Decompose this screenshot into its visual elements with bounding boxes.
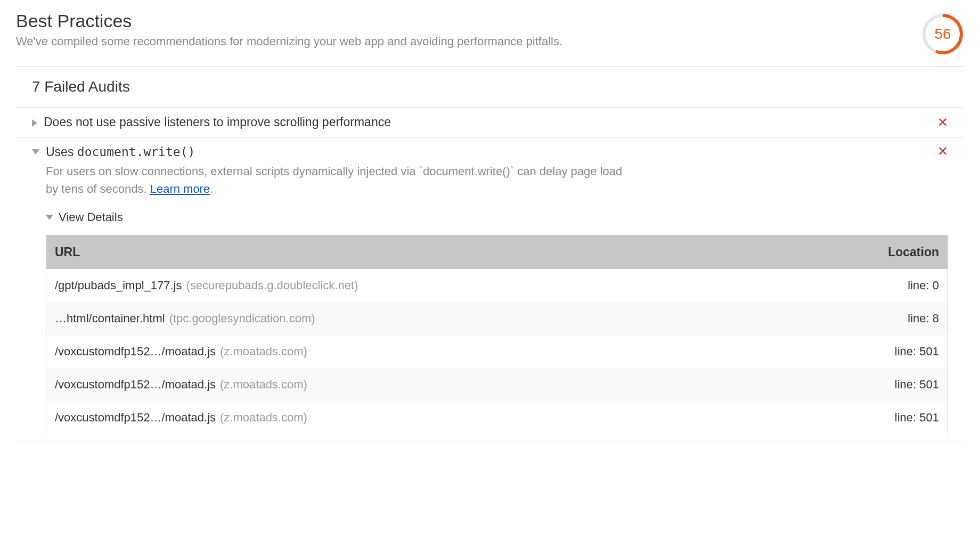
audit-row-expanded[interactable]: Uses document.write() ✕ For users on slo… bbox=[16, 137, 964, 442]
chevron-down-icon bbox=[46, 215, 53, 220]
table-row: /gpt/pubads_impl_177.js(securepubads.g.d… bbox=[46, 269, 948, 302]
table-row: …html/container.html(tpc.googlesyndicati… bbox=[46, 302, 948, 335]
failed-audits-header: 7 Failed Audits bbox=[16, 67, 964, 108]
col-header-url: URL bbox=[55, 245, 875, 259]
audit-title: Uses document.write() bbox=[46, 145, 937, 159]
audit-title-pre: Uses bbox=[46, 145, 77, 159]
audit-desc-post: . bbox=[210, 182, 213, 196]
cell-location: line: 8 bbox=[875, 312, 939, 326]
cell-location: line: 501 bbox=[875, 378, 939, 392]
cell-location: line: 501 bbox=[875, 411, 939, 425]
view-details-label: View Details bbox=[59, 210, 123, 224]
view-details-toggle[interactable]: View Details bbox=[46, 210, 948, 224]
fail-x-icon: ✕ bbox=[937, 145, 948, 158]
chevron-down-icon bbox=[32, 149, 39, 154]
cell-url: /voxcustomdfp152…/moatad.js(z.moatads.co… bbox=[55, 378, 875, 392]
chevron-right-icon bbox=[32, 119, 37, 127]
table-header: URL Location bbox=[46, 235, 948, 269]
learn-more-link[interactable]: Learn more bbox=[150, 182, 210, 196]
cell-url: /voxcustomdfp152…/moatad.js(z.moatads.co… bbox=[55, 411, 875, 425]
table-row: /voxcustomdfp152…/moatad.js(z.moatads.co… bbox=[46, 335, 948, 368]
cell-url: …html/container.html(tpc.googlesyndicati… bbox=[55, 312, 875, 326]
col-header-location: Location bbox=[875, 245, 939, 259]
page-title: Best Practices bbox=[16, 11, 921, 31]
audit-desc-text: For users on slow connections, external … bbox=[46, 165, 622, 196]
cell-location: line: 0 bbox=[875, 279, 939, 292]
cell-url: /gpt/pubads_impl_177.js(securepubads.g.d… bbox=[55, 279, 875, 292]
cell-url: /voxcustomdfp152…/moatad.js(z.moatads.co… bbox=[55, 345, 875, 359]
audit-title-code: document.write() bbox=[77, 145, 195, 159]
fail-x-icon: ✕ bbox=[937, 116, 948, 129]
cell-location: line: 501 bbox=[875, 345, 939, 359]
table-row: /voxcustomdfp152…/moatad.js(z.moatads.co… bbox=[46, 368, 948, 401]
details-table: URL Location /gpt/pubads_impl_177.js(sec… bbox=[46, 235, 948, 434]
audit-description: For users on slow connections, external … bbox=[46, 162, 632, 198]
page-subtitle: We've compiled some recommendations for … bbox=[16, 35, 921, 48]
audit-row-collapsed[interactable]: Does not use passive listeners to improv… bbox=[16, 108, 964, 137]
header: Best Practices We've compiled some recom… bbox=[16, 11, 964, 67]
table-row: /voxcustomdfp152…/moatad.js(z.moatads.co… bbox=[46, 401, 948, 434]
score-gauge: 56 bbox=[921, 13, 964, 55]
score-value: 56 bbox=[934, 26, 951, 43]
audit-title: Does not use passive listeners to improv… bbox=[44, 115, 931, 129]
